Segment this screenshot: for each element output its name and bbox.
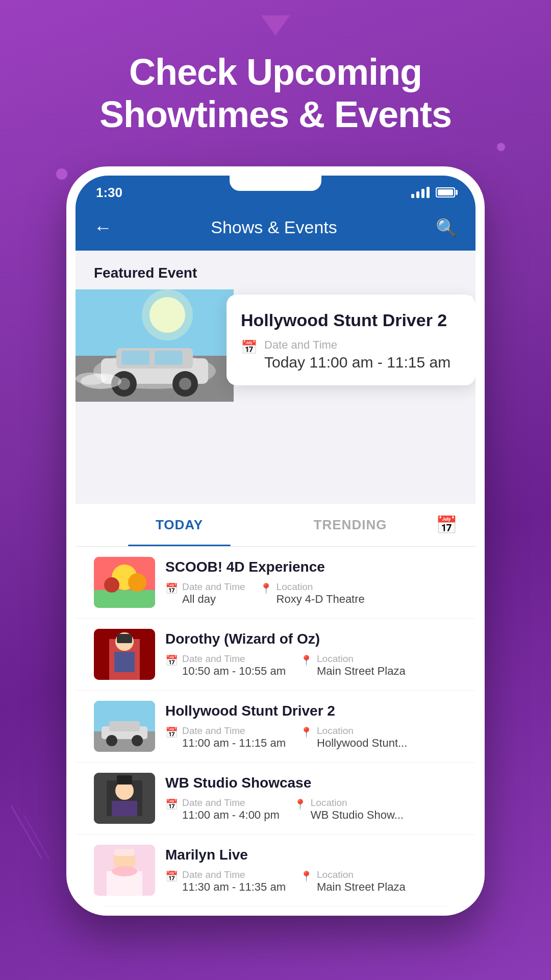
svg-point-30 <box>132 735 143 746</box>
event-location-content-marilyn: Location Main Street Plaza <box>317 869 406 894</box>
event-meta-dorothy: 📅 Date and Time 10:50 am - 10:55 am 📍 Lo… <box>165 653 457 678</box>
event-location-content-dorothy: Location Main Street Plaza <box>317 653 406 678</box>
event-meta-stunt: 📅 Date and Time 11:00 am - 11:15 am 📍 Lo… <box>165 725 457 750</box>
calendar-icon-stunt: 📅 <box>165 726 178 739</box>
event-meta-wb: 📅 Date and Time 11:00 am - 4:00 pm 📍 Loc… <box>165 797 457 822</box>
event-info-wb: WB Studio Showcase 📅 Date and Time 11:00… <box>165 775 457 822</box>
bg-lines-decoration <box>15 801 56 878</box>
svg-rect-40 <box>114 849 135 856</box>
featured-event-image <box>76 289 234 402</box>
signal-bar-4 <box>427 187 430 198</box>
status-time: 1:30 <box>96 185 122 201</box>
featured-section: Featured Event <box>76 251 475 402</box>
status-icons <box>411 187 455 198</box>
featured-card-wrapper: Hollywood Stunt Driver 2 📅 Date and Time… <box>94 289 457 402</box>
event-location-dorothy: 📍 Location Main Street Plaza <box>300 653 406 678</box>
phone-outer-shell: 1:30 ← Shows & Events 🔍 <box>66 166 485 916</box>
tab-today-label: TODAY <box>156 517 203 532</box>
headline-line2: Showtimes & Events <box>99 94 452 135</box>
event-name-wb: WB Studio Showcase <box>165 775 457 791</box>
svg-point-18 <box>104 577 119 593</box>
event-row-marilyn[interactable]: Marilyn Live 📅 Date and Time 11:30 am - … <box>76 835 475 906</box>
phone-notch <box>230 176 321 191</box>
battery-icon <box>436 187 455 198</box>
phone-mockup: 1:30 ← Shows & Events 🔍 <box>66 166 485 916</box>
car-svg <box>76 289 234 402</box>
event-location-stunt: 📍 Location Hollywood Stunt... <box>300 725 407 750</box>
event-time-value-wb: 11:00 am - 4:00 pm <box>182 808 280 822</box>
event-time-label-stunt: Date and Time <box>182 725 286 737</box>
event-location-label-stunt: Location <box>317 725 407 737</box>
event-time-dorothy: 📅 Date and Time 10:50 am - 10:55 am <box>165 653 286 678</box>
event-thumb-stunt <box>94 701 155 752</box>
signal-bar-3 <box>421 189 424 198</box>
event-name-marilyn: Marilyn Live <box>165 847 457 863</box>
svg-point-2 <box>142 289 193 340</box>
event-location-label-dorothy: Location <box>317 653 406 665</box>
featured-event-time-label: Date and Time <box>264 338 450 352</box>
headline-line1: Check Upcoming <box>129 52 422 92</box>
tab-trending[interactable]: TRENDING <box>265 504 436 546</box>
signal-bar-1 <box>411 194 414 198</box>
svg-point-19 <box>128 573 146 592</box>
event-time-wb: 📅 Date and Time 11:00 am - 4:00 pm <box>165 797 280 822</box>
event-thumb-dorothy <box>94 629 155 680</box>
svg-rect-28 <box>109 721 140 731</box>
calendar-filter-button[interactable]: 📅 <box>436 514 457 535</box>
event-thumb-scoob <box>94 557 155 608</box>
location-icon-scoob: 📍 <box>260 582 272 595</box>
header-title: Shows & Events <box>211 217 337 237</box>
bg-circle-decoration-2 <box>497 143 505 151</box>
search-icon[interactable]: 🔍 <box>436 217 457 238</box>
event-location-label-wb: Location <box>311 797 404 808</box>
event-row-wb[interactable]: WB Studio Showcase 📅 Date and Time 11:00… <box>76 763 475 835</box>
event-time-value-scoob: All day <box>182 593 245 606</box>
featured-event-card[interactable]: Hollywood Stunt Driver 2 📅 Date and Time… <box>227 295 475 386</box>
event-thumb-wb <box>94 773 155 824</box>
event-time-value-dorothy: 10:50 am - 10:55 am <box>182 665 286 678</box>
calendar-icon-dorothy: 📅 <box>165 654 178 667</box>
event-row-scoob[interactable]: SCOOB! 4D Experience 📅 Date and Time All… <box>76 547 475 619</box>
event-row-stunt[interactable]: Hollywood Stunt Driver 2 📅 Date and Time… <box>76 691 475 763</box>
event-location-content-stunt: Location Hollywood Stunt... <box>317 725 407 750</box>
event-meta-marilyn: 📅 Date and Time 11:30 am - 11:35 am 📍 Lo… <box>165 869 457 894</box>
event-time-label-scoob: Date and Time <box>182 581 245 593</box>
calendar-icon-scoob: 📅 <box>165 582 178 595</box>
event-location-marilyn: 📍 Location Main Street Plaza <box>300 869 406 894</box>
svg-rect-23 <box>114 652 135 672</box>
event-time-stunt: 📅 Date and Time 11:00 am - 11:15 am <box>165 725 286 750</box>
event-location-value-stunt: Hollywood Stunt... <box>317 737 407 750</box>
event-name-dorothy: Dorothy (Wizard of Oz) <box>165 631 457 647</box>
event-location-content-scoob: Location Roxy 4-D Theatre <box>277 581 365 606</box>
back-button[interactable]: ← <box>94 217 112 238</box>
location-icon-dorothy: 📍 <box>300 654 313 667</box>
event-name-scoob: SCOOB! 4D Experience <box>165 559 457 575</box>
svg-rect-24 <box>117 634 132 643</box>
svg-point-29 <box>106 735 117 746</box>
svg-point-12 <box>179 378 191 390</box>
location-icon-wb: 📍 <box>294 798 307 811</box>
event-row-dorothy[interactable]: Dorothy (Wizard of Oz) 📅 Date and Time 1… <box>76 619 475 691</box>
event-name-stunt: Hollywood Stunt Driver 2 <box>165 703 457 719</box>
calendar-icon: 📅 <box>241 339 257 355</box>
calendar-icon-marilyn: 📅 <box>165 870 178 883</box>
event-meta-scoob: 📅 Date and Time All day 📍 Location <box>165 581 457 606</box>
event-location-wb: 📍 Location WB Studio Show... <box>294 797 404 822</box>
event-location-value-marilyn: Main Street Plaza <box>317 880 406 894</box>
tab-today[interactable]: TODAY <box>94 504 265 546</box>
location-icon-stunt: 📍 <box>300 726 313 739</box>
event-info-marilyn: Marilyn Live 📅 Date and Time 11:30 am - … <box>165 847 457 894</box>
event-time-scoob: 📅 Date and Time All day <box>165 581 245 606</box>
event-time-label-wb: Date and Time <box>182 797 280 808</box>
event-time-value-stunt: 11:00 am - 11:15 am <box>182 737 286 750</box>
event-time-content-marilyn: Date and Time 11:30 am - 11:35 am <box>182 869 286 894</box>
featured-event-meta: 📅 Date and Time Today 11:00 am - 11:15 a… <box>241 338 461 371</box>
event-location-value-wb: WB Studio Show... <box>311 808 404 822</box>
battery-fill <box>438 189 453 195</box>
event-time-content-wb: Date and Time 11:00 am - 4:00 pm <box>182 797 280 822</box>
event-time-content-dorothy: Date and Time 10:50 am - 10:55 am <box>182 653 286 678</box>
events-list: SCOOB! 4D Experience 📅 Date and Time All… <box>76 547 475 906</box>
featured-event-time-value: Today 11:00 am - 11:15 am <box>264 354 450 371</box>
event-time-label-dorothy: Date and Time <box>182 653 286 665</box>
tab-trending-label: TRENDING <box>314 517 387 532</box>
